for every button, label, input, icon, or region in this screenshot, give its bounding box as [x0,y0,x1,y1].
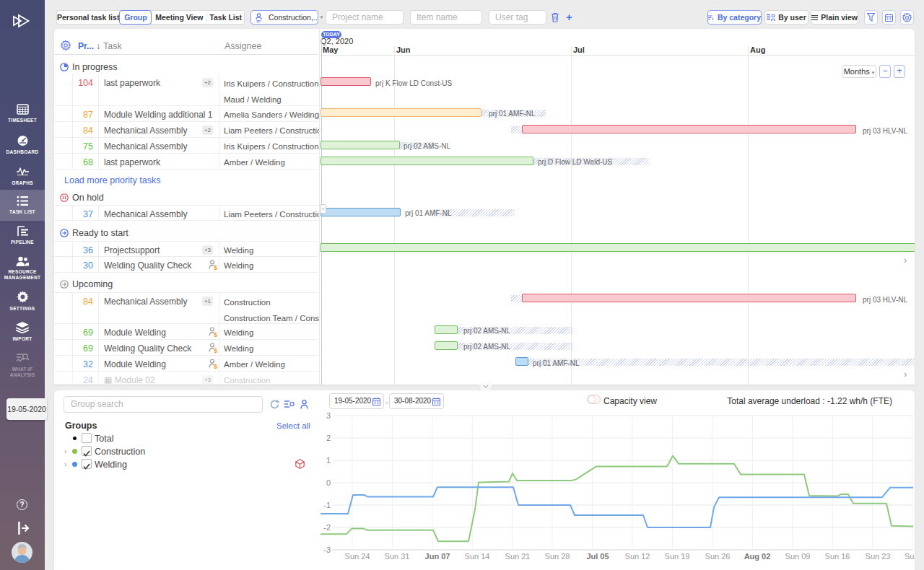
svg-text:3: 3 [326,411,331,420]
svg-text:Sun 16: Sun 16 [825,552,850,561]
svg-text:Sun 28: Sun 28 [545,552,570,561]
svg-text:Su: Su [905,552,914,561]
svg-text:-2: -2 [323,523,331,532]
svg-text:Sun 19: Sun 19 [665,552,690,561]
svg-text:0: 0 [326,478,331,487]
svg-text:$: $ [214,331,217,337]
svg-text:$: $ [214,363,217,369]
svg-text:Sun 31: Sun 31 [385,552,410,561]
svg-text:Sun 26: Sun 26 [705,552,731,561]
svg-text:Sun 23: Sun 23 [866,552,891,561]
svg-text:1: 1 [326,456,331,465]
svg-text:Sun 21: Sun 21 [505,552,531,561]
svg-text:Jun 07: Jun 07 [425,552,450,561]
svg-text:Sun 14: Sun 14 [465,552,490,561]
svg-text:Sun 24: Sun 24 [345,552,370,561]
svg-text:Jul 05: Jul 05 [586,552,609,561]
svg-text:Aug 02: Aug 02 [744,552,771,561]
svg-text:$: $ [214,264,217,270]
svg-text:-3: -3 [323,545,331,554]
svg-text:Sun 12: Sun 12 [625,552,650,561]
svg-text:$: $ [214,347,217,353]
svg-text:Sun 09: Sun 09 [785,552,811,561]
svg-text:2: 2 [326,434,331,442]
svg-text:-1: -1 [323,501,331,509]
